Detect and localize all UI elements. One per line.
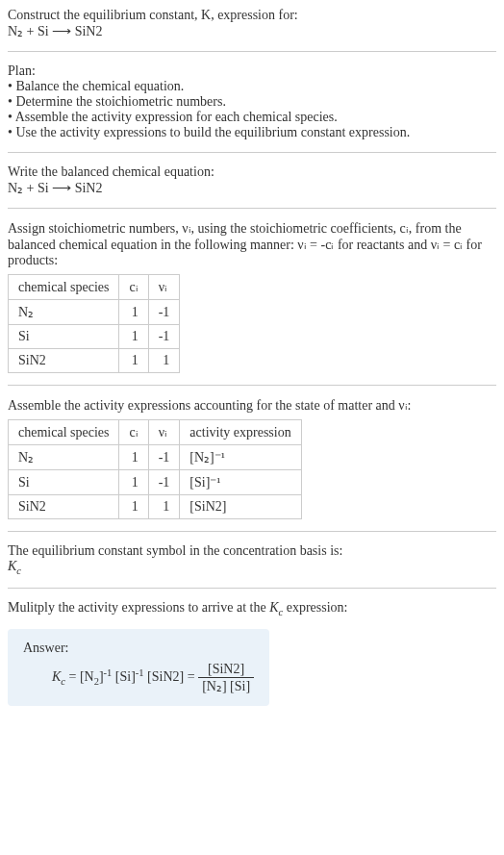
table-header: chemical species (9, 420, 119, 445)
table-header: νᵢ (148, 275, 180, 300)
table-cell-c: 1 (119, 349, 148, 373)
symbol-section: The equilibrium constant symbol in the c… (8, 543, 496, 576)
plan-item: • Determine the stoichiometric numbers. (8, 94, 496, 110)
divider (8, 51, 496, 52)
table-header: νᵢ (148, 420, 180, 445)
table-cell-nu: 1 (148, 349, 180, 373)
table-row: Si 1 -1 [Si]⁻¹ (9, 470, 302, 495)
answer-box: Answer: Kc = [N2]-1 [Si]-1 [SiN2] = [SiN… (8, 629, 269, 706)
table-row: N₂ 1 -1 (9, 300, 180, 325)
table-cell-species: Si (9, 470, 119, 495)
fraction-numerator: [SiN2] (198, 662, 254, 678)
activity-table: chemical species cᵢ νᵢ activity expressi… (8, 419, 302, 519)
table-header: chemical species (9, 275, 119, 300)
balanced-title: Write the balanced chemical equation: (8, 164, 496, 180)
table-cell-species: Si (9, 325, 119, 349)
divider (8, 588, 496, 589)
table-cell-c: 1 (119, 325, 148, 349)
table-cell-nu: -1 (148, 470, 180, 495)
table-cell-c: 1 (119, 470, 148, 495)
table-row: Si 1 -1 (9, 325, 180, 349)
plan-section: Plan: • Balance the chemical equation. •… (8, 63, 496, 140)
plan-item: • Use the activity expressions to build … (8, 125, 496, 140)
table-cell-expr: [SiN2] (180, 495, 301, 519)
stoich-section: Assign stoichiometric numbers, νᵢ, using… (8, 220, 496, 373)
table-header: cᵢ (119, 420, 148, 445)
table-row: SiN2 1 1 (9, 349, 180, 373)
table-cell-species: SiN2 (9, 349, 119, 373)
answer-label: Answer: (23, 641, 254, 656)
table-cell-nu: -1 (148, 325, 180, 349)
activity-intro: Assemble the activity expressions accoun… (8, 397, 496, 414)
table-header-row: chemical species cᵢ νᵢ activity expressi… (9, 420, 302, 445)
multiply-section: Mulitply the activity expressions to arr… (8, 600, 496, 617)
header-section: Construct the equilibrium constant, K, e… (8, 8, 496, 39)
divider (8, 208, 496, 209)
table-cell-c: 1 (119, 495, 148, 519)
stoich-table: chemical species cᵢ νᵢ N₂ 1 -1 Si 1 -1 S… (8, 274, 180, 373)
table-row: N₂ 1 -1 [N₂]⁻¹ (9, 445, 302, 470)
symbol-value: Kc (8, 559, 496, 576)
table-cell-nu: 1 (148, 495, 180, 519)
table-row: SiN2 1 1 [SiN2] (9, 495, 302, 519)
answer-expression: Kc = [N2]-1 [Si]-1 [SiN2] = [SiN2] [N₂] … (52, 662, 254, 694)
table-cell-expr: [N₂]⁻¹ (180, 445, 301, 470)
stoich-intro: Assign stoichiometric numbers, νᵢ, using… (8, 220, 496, 268)
table-cell-nu: -1 (148, 445, 180, 470)
plan-item: • Balance the chemical equation. (8, 79, 496, 94)
plan-item: • Assemble the activity expression for e… (8, 110, 496, 125)
table-cell-expr: [Si]⁻¹ (180, 470, 301, 495)
plan-title: Plan: (8, 63, 496, 79)
divider (8, 152, 496, 153)
fraction: [SiN2] [N₂] [Si] (198, 662, 254, 694)
multiply-title: Mulitply the activity expressions to arr… (8, 600, 496, 617)
table-cell-species: N₂ (9, 445, 119, 470)
fraction-denominator: [N₂] [Si] (198, 678, 254, 694)
divider (8, 385, 496, 386)
table-cell-c: 1 (119, 445, 148, 470)
header-text: Construct the equilibrium constant, K, e… (8, 8, 298, 22)
header-prompt: Construct the equilibrium constant, K, e… (8, 8, 496, 23)
header-equation: N₂ + Si ⟶ SiN2 (8, 23, 496, 39)
balanced-section: Write the balanced chemical equation: N₂… (8, 164, 496, 196)
table-cell-c: 1 (119, 300, 148, 325)
table-cell-species: SiN2 (9, 495, 119, 519)
activity-section: Assemble the activity expressions accoun… (8, 397, 496, 519)
table-header: activity expression (180, 420, 301, 445)
table-header-row: chemical species cᵢ νᵢ (9, 275, 180, 300)
table-cell-nu: -1 (148, 300, 180, 325)
divider (8, 531, 496, 532)
balanced-equation: N₂ + Si ⟶ SiN2 (8, 180, 496, 196)
symbol-title: The equilibrium constant symbol in the c… (8, 543, 496, 559)
table-cell-species: N₂ (9, 300, 119, 325)
table-header: cᵢ (119, 275, 148, 300)
